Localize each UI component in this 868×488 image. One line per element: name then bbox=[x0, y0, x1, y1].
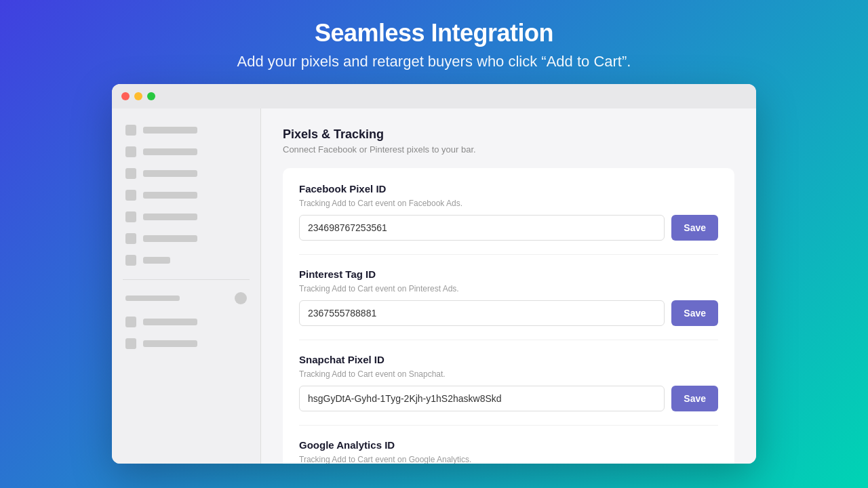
tracking-card: Facebook Pixel ID Tracking Add to Cart e… bbox=[283, 168, 734, 464]
facebook-field-group: Facebook Pixel ID Tracking Add to Cart e… bbox=[299, 183, 718, 241]
sidebar-section-header bbox=[112, 288, 260, 308]
divider-3 bbox=[299, 425, 718, 426]
sidebar-item-orders[interactable] bbox=[112, 141, 260, 163]
snapchat-field-label: Snapchat Pixel ID bbox=[299, 354, 718, 365]
facebook-pixel-input[interactable] bbox=[299, 215, 665, 241]
analytics-icon bbox=[125, 211, 136, 222]
main-content: Pixels & Tracking Connect Facebook or Pi… bbox=[261, 108, 756, 464]
titlebar bbox=[112, 84, 756, 108]
sidebar-discounts-label bbox=[143, 235, 197, 242]
pinterest-field-desc: Tracking Add to Cart event on Pinterest … bbox=[299, 284, 718, 293]
sidebar bbox=[112, 108, 261, 464]
facebook-save-button[interactable]: Save bbox=[671, 215, 718, 241]
divider-2 bbox=[299, 340, 718, 340]
pinterest-save-button[interactable]: Save bbox=[671, 300, 718, 326]
sidebar-section-label bbox=[125, 296, 180, 301]
minimize-dot[interactable] bbox=[134, 92, 142, 100]
sidebar-item-analytics[interactable] bbox=[112, 206, 260, 228]
apps-icon bbox=[125, 255, 136, 266]
sidebar-apps-label bbox=[143, 257, 170, 264]
orders-icon bbox=[125, 146, 136, 157]
pinterest-field-label: Pinterest Tag ID bbox=[299, 268, 718, 280]
sidebar-online-store-label bbox=[143, 319, 197, 325]
window-body: Pixels & Tracking Connect Facebook or Pi… bbox=[112, 108, 756, 464]
sidebar-home-label bbox=[143, 127, 197, 134]
online-store-icon bbox=[125, 317, 136, 327]
snapchat-save-button[interactable]: Save bbox=[671, 386, 718, 411]
pinterest-field-row: Save bbox=[299, 300, 718, 326]
close-dot[interactable] bbox=[121, 92, 130, 100]
products-icon bbox=[125, 168, 136, 179]
customers-icon bbox=[125, 190, 136, 201]
sidebar-item-home[interactable] bbox=[112, 119, 260, 141]
sidebar-divider bbox=[123, 279, 250, 280]
maximize-dot[interactable] bbox=[147, 92, 155, 100]
sidebar-orders-label bbox=[143, 148, 197, 155]
sidebar-section-icon[interactable] bbox=[235, 292, 247, 304]
facebook-field-desc: Tracking Add to Cart event on Facebook A… bbox=[299, 199, 718, 208]
point-of-sale-icon bbox=[125, 338, 136, 349]
snapchat-pixel-input[interactable] bbox=[299, 386, 665, 411]
facebook-field-row: Save bbox=[299, 215, 718, 241]
sidebar-item-discounts[interactable] bbox=[112, 228, 260, 249]
app-window: Pixels & Tracking Connect Facebook or Pi… bbox=[112, 84, 756, 464]
snapchat-field-row: Save bbox=[299, 386, 718, 411]
sidebar-item-apps[interactable] bbox=[112, 249, 260, 271]
sidebar-item-customers[interactable] bbox=[112, 184, 260, 206]
google-field-group: Google Analytics ID Tracking Add to Cart… bbox=[299, 439, 718, 464]
discounts-icon bbox=[125, 233, 136, 244]
snapchat-field-group: Snapchat Pixel ID Tracking Add to Cart e… bbox=[299, 354, 718, 411]
sidebar-pos-label bbox=[143, 340, 197, 347]
snapchat-field-desc: Tracking Add to Cart event on Snapchat. bbox=[299, 369, 718, 379]
sidebar-products-label bbox=[143, 170, 197, 177]
google-field-desc: Tracking Add to Cart event on Google Ana… bbox=[299, 455, 718, 464]
hero-title: Seamless Integration bbox=[237, 19, 631, 47]
pinterest-tag-input[interactable] bbox=[299, 300, 665, 326]
hero-subtitle: Add your pixels and retarget buyers who … bbox=[237, 53, 631, 70]
hero-section: Seamless Integration Add your pixels and… bbox=[224, 0, 645, 84]
sidebar-item-point-of-sale[interactable] bbox=[112, 333, 260, 354]
sidebar-analytics-label bbox=[143, 214, 197, 220]
section-subtitle: Connect Facebook or Pinterest pixels to … bbox=[283, 144, 734, 155]
pinterest-field-group: Pinterest Tag ID Tracking Add to Cart ev… bbox=[299, 268, 718, 326]
sidebar-item-products[interactable] bbox=[112, 163, 260, 184]
facebook-field-label: Facebook Pixel ID bbox=[299, 183, 718, 195]
home-icon bbox=[125, 125, 136, 136]
section-title: Pixels & Tracking bbox=[283, 127, 734, 142]
divider-1 bbox=[299, 254, 718, 255]
google-field-label: Google Analytics ID bbox=[299, 439, 718, 451]
sidebar-customers-label bbox=[143, 192, 197, 199]
sidebar-item-online-store[interactable] bbox=[112, 311, 260, 333]
